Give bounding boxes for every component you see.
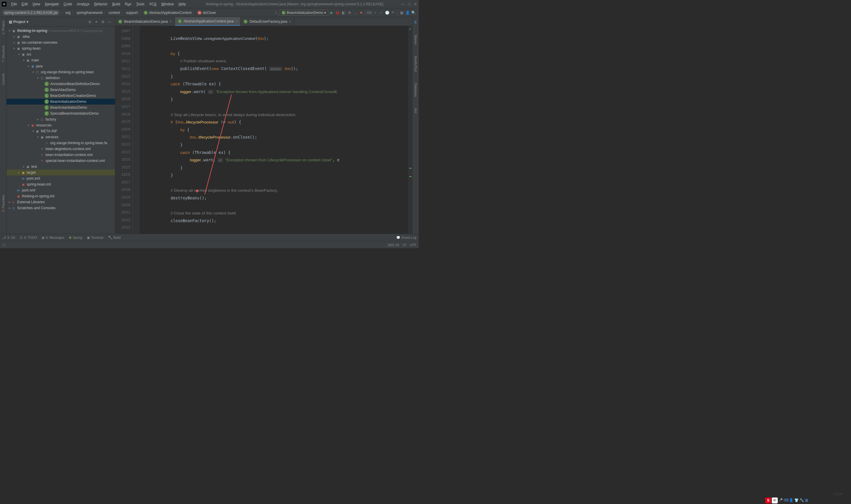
toolwin-terminal[interactable]: ▣Terminal [87, 236, 104, 239]
search-button[interactable]: 🔍 [411, 10, 416, 16]
tree-fac[interactable]: factory [46, 117, 56, 122]
breadcrumb-method[interactable]: doClose [203, 11, 216, 15]
run-config-dropdown[interactable]: C BeanInitializationDemo ▾ [279, 10, 329, 16]
stop-button[interactable]: ■ [358, 10, 364, 16]
tree-svcf[interactable]: org.xiaoge.thinking.in.spring.bean.fa [50, 141, 107, 145]
menu-run[interactable]: Run [123, 1, 134, 7]
toolwin-favorites[interactable]: 2: Favorites [1, 194, 5, 213]
tree-c1[interactable]: AnnotationBeanDefinitionDemo [50, 82, 99, 86]
git-revert-button[interactable]: ↶ [390, 10, 396, 16]
tree-root[interactable]: thinking-in-spring [17, 29, 47, 33]
menu-window[interactable]: Window [159, 1, 176, 7]
minimize-button[interactable]: — [401, 2, 405, 6]
build-button[interactable]: ⤵ [273, 10, 279, 16]
tree-c5[interactable]: BeanInstantiationDemo [50, 106, 87, 110]
caret-position[interactable]: 1001:20 [387, 243, 399, 247]
project-tree[interactable]: ▾▣thinking-in-springD:\worksprace\极客学习\s… [6, 26, 115, 234]
tree-scr[interactable]: Scratches and Consoles [17, 206, 56, 210]
tree-x3[interactable]: special-bean-instantiation-context.xml [46, 159, 105, 163]
attach-button[interactable]: … [352, 10, 358, 16]
toolwin-messages[interactable]: ◉0: Messages [42, 236, 64, 239]
menu-vcs[interactable]: VCS [147, 1, 159, 7]
tree-ioc[interactable]: ioc-container-overview [22, 40, 57, 44]
close-icon[interactable]: × [169, 20, 171, 23]
tree-x1[interactable]: bean-deginitions-context.xml [46, 147, 91, 151]
settings-button[interactable]: ⚙ [99, 20, 106, 24]
tree-iml1[interactable]: spring-bean.iml [26, 182, 51, 186]
toolwin-todo[interactable]: ☰6: TODO [20, 236, 37, 239]
breadcrumb-class[interactable]: AbstractApplicationContext [149, 11, 192, 15]
git-update-button[interactable]: ✓ [372, 10, 378, 16]
toolwin-commit[interactable]: Commit [1, 72, 5, 86]
menu-tools[interactable]: Tools [134, 1, 147, 7]
tree-pom1[interactable]: pom.xml [26, 176, 40, 180]
breadcrumb-sf[interactable]: springframework [76, 11, 103, 15]
tree-iml2[interactable]: thinking-in-spring.iml [22, 194, 54, 198]
toolwin-ant[interactable]: Ant [414, 107, 418, 114]
tree-idea[interactable]: .idea [22, 35, 30, 39]
code-area[interactable]: 1007 1008 1009 1010 1011 1012 1013 1014 … [115, 26, 412, 234]
tree-c6[interactable]: SpecialBeanInstantiationDemo [50, 111, 99, 115]
menu-refactor[interactable]: Refactor [92, 1, 110, 7]
line-separator[interactable]: LF [403, 243, 406, 247]
stripe-mark[interactable] [409, 176, 412, 177]
tree-meta[interactable]: META-INF [41, 129, 57, 133]
menu-view[interactable]: View [30, 1, 42, 7]
tree-res[interactable]: resources [36, 123, 52, 127]
menu-build[interactable]: Build [110, 1, 123, 7]
debug-button[interactable]: 🐞 [334, 10, 340, 16]
tree-test[interactable]: test [31, 165, 37, 169]
breadcrumb-sup[interactable]: support [126, 11, 138, 15]
toolwin-eventlog[interactable]: 💬Event Log [396, 236, 416, 239]
tree-c4[interactable]: BeanInitializationDemo [50, 100, 87, 104]
run-button[interactable]: ▶ [329, 10, 334, 16]
tab-2[interactable]: CDefaultUserFactory.java× [240, 17, 294, 26]
tree-java[interactable]: java [36, 64, 42, 68]
code-content[interactable]: LiveBeansView.unregisterApplicationConte… [140, 26, 408, 234]
hide-button[interactable]: — [106, 20, 113, 24]
git-history-button[interactable]: 🕘 [384, 10, 390, 16]
statusbar-icon[interactable]: ▢ [2, 243, 5, 247]
tree-ext[interactable]: External Libraries [17, 200, 44, 204]
profile-button[interactable]: ◔ [346, 10, 352, 16]
tree-svc[interactable]: services [46, 135, 58, 139]
menu-help[interactable]: Help [176, 1, 188, 7]
locate-button[interactable]: ⊕ [87, 20, 93, 24]
toolwin-project[interactable]: 1: Project [1, 19, 5, 35]
tree-target[interactable]: target [26, 170, 36, 175]
expand-button[interactable]: ✶ [93, 20, 99, 24]
tree-pom2[interactable]: pom.xml [22, 188, 35, 192]
error-stripe[interactable]: ✔ [408, 26, 412, 234]
stripe-mark[interactable] [409, 168, 412, 169]
toolwin-database[interactable]: Database [414, 82, 418, 98]
git-commit-button[interactable]: ✓ [378, 10, 384, 16]
tree-src[interactable]: src [26, 52, 31, 56]
menu-navigate[interactable]: Navigate [42, 1, 61, 7]
toolwin-structure[interactable]: 7: Structure [1, 44, 5, 64]
menu-edit[interactable]: Edit [19, 1, 30, 7]
coverage-button[interactable]: ◧ [340, 10, 346, 16]
toolwin-maven-icon[interactable]: m [414, 19, 418, 25]
ide-button[interactable]: ▦ [399, 10, 404, 16]
toolwin-git[interactable]: ⎇9: Git [2, 236, 15, 239]
menu-file[interactable]: File [9, 1, 19, 7]
tab-1[interactable]: CAbstractApplicationContext.java× [175, 17, 241, 26]
tab-0[interactable]: CBeanInitializationDemo.java× [115, 17, 175, 26]
close-button[interactable]: ✕ [414, 2, 417, 6]
tree-c3[interactable]: BeanDefinitionCreationDemo [50, 94, 96, 98]
tree-main[interactable]: main [31, 58, 39, 62]
tree-c2[interactable]: BeanAliasDemo [50, 88, 76, 92]
toolwin-build[interactable]: 🔨Build [108, 236, 121, 239]
encoding[interactable]: UTF [410, 243, 416, 247]
menu-code[interactable]: Code [61, 1, 74, 7]
tree-x2[interactable]: bean-instantiation-context.xml [46, 153, 92, 157]
tree-def[interactable]: definition [46, 76, 60, 80]
tree-pkg[interactable]: org.xiaoge.thinking.in.spring.bean [41, 70, 94, 74]
project-view-selector[interactable]: ▤ Project ▾ [9, 20, 29, 24]
close-icon[interactable]: × [236, 19, 237, 23]
breadcrumb-jar[interactable]: spring-context-5.2.2.RELEASE.jar [2, 10, 59, 15]
tree-springbean[interactable]: spring-bean [22, 47, 40, 51]
toolwin-maven[interactable]: Maven [414, 34, 418, 46]
close-icon[interactable]: × [289, 20, 291, 23]
menu-analyze[interactable]: Analyze [74, 1, 92, 7]
